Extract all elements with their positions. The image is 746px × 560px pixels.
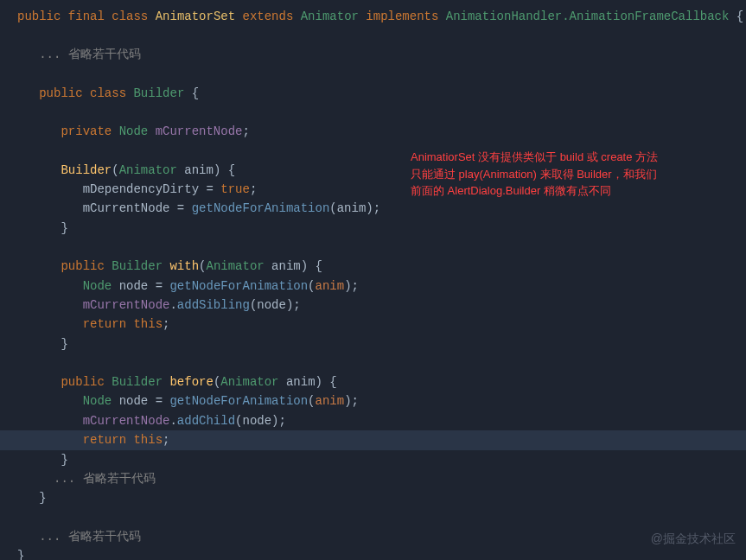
code-line: mCurrentNode.addSibling(node);	[0, 296, 746, 315]
annotation-callout: AnimatiorSet 没有提供类似于 build 或 create 方法 只…	[411, 149, 705, 200]
code-line: mCurrentNode.addChild(node);	[0, 411, 746, 430]
blank-line	[0, 65, 746, 84]
omitted-code: ... 省略若干代码	[0, 45, 746, 64]
code-line: Node node = getNodeForAnimation(anim);	[0, 391, 746, 410]
code-line: }	[0, 546, 746, 560]
code-line: public final class AnimatorSet extends A…	[0, 7, 746, 26]
code-line: return this;	[0, 315, 746, 334]
code-line: public Builder with(Animator anim) {	[0, 257, 746, 276]
blank-line	[0, 26, 746, 45]
code-line: private Node mCurrentNode;	[0, 122, 746, 141]
code-line: }	[0, 488, 746, 507]
watermark-text: @掘金技术社区	[651, 529, 736, 548]
code-line-highlighted: return this;	[0, 430, 746, 449]
code-line: }	[0, 334, 746, 353]
annotation-line: 前面的 AlertDialog.Builder 稍微有点不同	[411, 182, 705, 200]
blank-line	[0, 353, 746, 372]
annotation-line: AnimatiorSet 没有提供类似于 build 或 create 方法	[411, 149, 705, 166]
code-line: Node node = getNodeForAnimation(anim);	[0, 277, 746, 296]
code-line: public class Builder {	[0, 84, 746, 103]
omitted-code: ... 省略若干代码	[0, 469, 746, 488]
code-editor[interactable]: public final class AnimatorSet extends A…	[0, 0, 746, 560]
annotation-line: 只能通过 play(Animation) 来取得 Builder，和我们	[411, 166, 705, 183]
code-line: }	[0, 450, 746, 469]
code-line: }	[0, 219, 746, 238]
blank-line	[0, 508, 746, 527]
blank-line	[0, 238, 746, 257]
code-line: mCurrentNode = getNodeForAnimation(anim)…	[0, 199, 746, 218]
omitted-code: ... 省略若干代码	[0, 527, 746, 546]
blank-line	[0, 103, 746, 122]
code-line: public Builder before(Animator anim) {	[0, 372, 746, 391]
